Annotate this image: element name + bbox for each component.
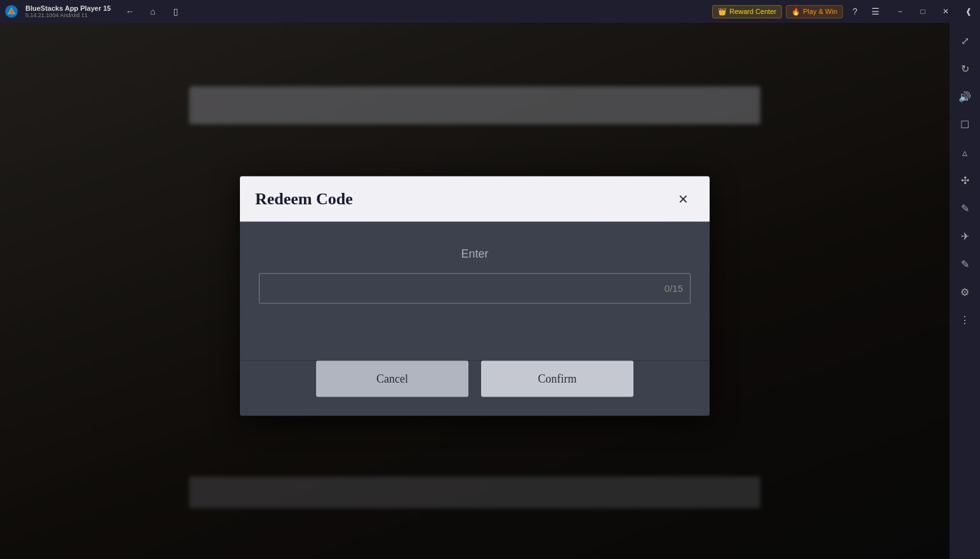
menu-button[interactable]: ☰	[867, 3, 884, 20]
redeem-code-dialog: Redeem Code ✕ Enter 0/15 Cancel Confirm	[240, 176, 710, 416]
svg-point-2	[10, 10, 14, 15]
apk-sidebar-button[interactable]: ▵	[952, 140, 977, 165]
fire-icon: 🔥	[791, 8, 800, 16]
copy-button[interactable]: ▯	[167, 3, 185, 20]
reward-center-button[interactable]: 👑 Reward Center	[712, 5, 782, 18]
app-name: BlueStacks App Player 15	[25, 4, 111, 12]
more-sidebar-button[interactable]: ⋮	[952, 307, 977, 332]
right-sidebar: ⤢ ↻ 🔊 ☐ ▵ ✣ ✎ ✈ ✎ ⚙ ⋮	[950, 23, 980, 559]
reward-center-label: Reward Center	[729, 8, 776, 15]
play-win-label: Play & Win	[803, 8, 837, 15]
enter-label: Enter	[259, 247, 691, 260]
modal-body: Enter 0/15	[240, 221, 710, 360]
main-content: Redeem Code ✕ Enter 0/15 Cancel Confirm	[0, 23, 950, 559]
brush-sidebar-button[interactable]: ✎	[952, 251, 977, 277]
confirm-button[interactable]: Confirm	[481, 360, 633, 397]
help-button[interactable]: ?	[847, 3, 863, 20]
screenshot-sidebar-button[interactable]: ☐	[952, 112, 977, 137]
app-info: BlueStacks App Player 15 5.14.21.1004 An…	[25, 4, 111, 18]
modal-title: Redeem Code	[255, 189, 353, 208]
modal-spacer	[259, 322, 691, 341]
airplane-sidebar-button[interactable]: ✈	[952, 223, 977, 249]
window-controls: − □ ✕ ❰	[889, 0, 980, 23]
edit-sidebar-button[interactable]: ✎	[952, 195, 977, 221]
rotate-sidebar-button[interactable]: ↻	[952, 56, 977, 81]
modal-header: Redeem Code ✕	[240, 176, 710, 221]
modal-footer: Cancel Confirm	[240, 360, 710, 416]
modal-close-button[interactable]: ✕	[672, 187, 694, 210]
expand-sidebar-button[interactable]: ⤢	[952, 28, 977, 53]
app-logo	[0, 0, 23, 23]
home-button[interactable]: ⌂	[144, 3, 162, 20]
cancel-button[interactable]: Cancel	[316, 360, 468, 397]
code-input-wrapper: 0/15	[259, 273, 691, 303]
back-button[interactable]: ←	[121, 3, 139, 20]
restore-button[interactable]: ❰	[957, 0, 980, 23]
minimize-button[interactable]: −	[889, 0, 911, 23]
crown-icon: 👑	[718, 8, 727, 16]
volume-sidebar-button[interactable]: 🔊	[952, 84, 977, 109]
titlebar: BlueStacks App Player 15 5.14.21.1004 An…	[0, 0, 980, 23]
titlebar-nav: ← ⌂ ▯	[121, 3, 185, 20]
app-version: 5.14.21.1004 Android 11	[25, 12, 111, 18]
maximize-button[interactable]: □	[911, 0, 934, 23]
settings-sidebar-button[interactable]: ⚙	[952, 279, 977, 305]
code-input[interactable]	[259, 273, 691, 303]
zoom-sidebar-button[interactable]: ✣	[952, 168, 977, 193]
play-win-button[interactable]: 🔥 Play & Win	[786, 5, 843, 18]
titlebar-right: 👑 Reward Center 🔥 Play & Win ? ☰	[712, 3, 884, 20]
close-button[interactable]: ✕	[934, 0, 957, 23]
